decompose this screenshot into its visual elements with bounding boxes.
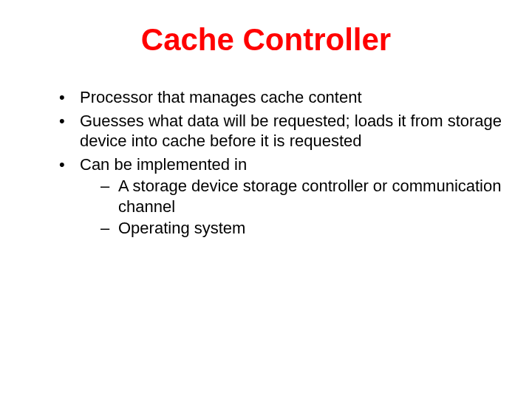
bullet-text: Guesses what data will be requested; loa…: [80, 112, 502, 151]
list-item: A storage device storage controller or c…: [100, 176, 502, 216]
bullet-list: Processor that manages cache content Gue…: [59, 87, 502, 239]
slide-title: Cache Controller: [30, 22, 502, 58]
list-item: Operating system: [100, 218, 502, 239]
slide: Cache Controller Processor that manages …: [0, 0, 532, 399]
sub-bullet-text: A storage device storage controller or c…: [118, 177, 501, 216]
list-item: Processor that manages cache content: [59, 87, 502, 108]
sub-bullet-list: A storage device storage controller or c…: [100, 176, 502, 239]
sub-bullet-text: Operating system: [118, 219, 245, 237]
bullet-text: Processor that manages cache content: [80, 88, 362, 106]
list-item: Can be implemented in A storage device s…: [59, 154, 502, 239]
bullet-text: Can be implemented in: [80, 155, 247, 174]
list-item: Guesses what data will be requested; loa…: [59, 111, 502, 151]
